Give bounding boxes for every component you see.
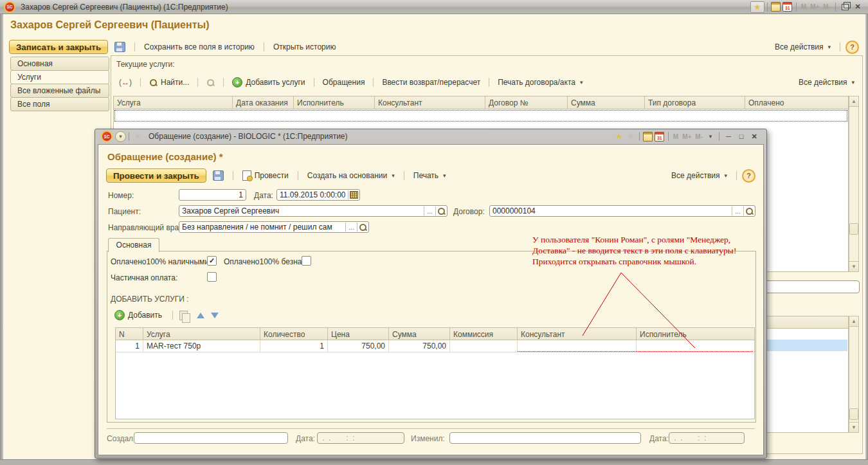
modified-field[interactable] [449, 432, 641, 444]
ellipsis-button[interactable]: ... [732, 206, 743, 215]
referring-doctor-field[interactable]: ... [179, 221, 369, 233]
cell-service[interactable]: MAR-тест 750р [143, 340, 260, 352]
close-window-button[interactable]: ✕ [748, 131, 761, 141]
col-price[interactable]: Цена [328, 328, 389, 340]
number-field[interactable] [179, 189, 246, 201]
date-picker-icon[interactable] [348, 190, 359, 199]
main-all-actions-button[interactable]: Все действия▾ [771, 41, 835, 53]
col-n[interactable]: N [116, 328, 143, 340]
calendar-icon[interactable]: 31 [654, 131, 665, 141]
cell-qty[interactable]: 1 [260, 340, 328, 352]
col-contract[interactable]: Договор № [485, 96, 568, 109]
lower-scrollbar[interactable]: ▲ ▼ [849, 316, 859, 433]
save-button[interactable] [111, 41, 129, 53]
col-date[interactable]: Дата оказания [233, 96, 294, 109]
col-qty[interactable]: Количество [260, 328, 328, 340]
col-contract-type[interactable]: Тип договора [645, 96, 745, 109]
contract-input[interactable] [490, 206, 732, 215]
sidebar-tab-services[interactable]: Услуги [10, 70, 109, 84]
referring-doctor-input[interactable] [179, 223, 345, 232]
col-executor[interactable]: Исполнитель [637, 328, 754, 340]
dialog-table-body[interactable]: 1 MAR-тест 750р 1 750,00 750,00 [115, 340, 755, 419]
scroll-up-icon[interactable]: ▲ [849, 316, 858, 327]
col-executor[interactable]: Исполнитель [294, 96, 375, 109]
scroll-up-icon[interactable]: ▲ [849, 96, 858, 107]
number-input[interactable] [179, 190, 246, 199]
post-and-close-button[interactable]: Провести и закрыть [106, 169, 206, 183]
scroll-down-icon[interactable]: ▼ [849, 422, 858, 432]
restore-window-button[interactable] [838, 2, 851, 12]
table-row[interactable]: 1 MAR-тест 750р 1 750,00 750,00 [116, 340, 754, 352]
cell-executor[interactable] [637, 340, 753, 352]
save-button[interactable] [209, 169, 228, 182]
sidebar-tab-allfields[interactable]: Все поля [10, 97, 109, 111]
col-service[interactable]: Услуга [143, 328, 260, 340]
add-favorite-icon[interactable]: ★ [613, 131, 625, 141]
maximize-window-button[interactable]: □ [735, 131, 748, 141]
created-field[interactable] [134, 432, 288, 444]
cell-n[interactable]: 1 [116, 340, 143, 352]
services-scrollbar[interactable]: ▲ ▼ [849, 96, 859, 272]
help-button[interactable]: ? [742, 169, 755, 183]
print-contract-button[interactable]: Печать договора/акта▾ [494, 77, 586, 88]
created-input[interactable] [134, 433, 287, 442]
modified-input[interactable] [450, 433, 640, 442]
refund-button[interactable]: Ввести возврат/перерасчет [378, 77, 484, 88]
scrollbar-thumb[interactable] [849, 408, 858, 420]
col-sum[interactable]: Сумма [389, 328, 450, 340]
scroll-down-icon[interactable]: ▼ [849, 261, 858, 271]
create-based-on-button[interactable]: Создать на основании▾ [303, 170, 399, 181]
cell-price[interactable]: 750,00 [328, 340, 389, 352]
appeals-button[interactable]: Обращения [319, 77, 369, 88]
move-down-icon[interactable] [211, 313, 219, 318]
partial-payment-checkbox[interactable] [207, 272, 217, 282]
services-all-actions-button[interactable]: Все действия▾ [795, 77, 858, 88]
add-services-button[interactable]: +Добавить услуги [228, 76, 309, 89]
lookup-icon[interactable] [743, 206, 755, 215]
patient-field[interactable]: ... [179, 205, 448, 217]
date-input[interactable] [277, 190, 348, 199]
contract-field[interactable]: ... [489, 205, 755, 217]
cell-sum[interactable]: 750,00 [389, 340, 450, 352]
find-button[interactable]: Найти... [145, 77, 193, 88]
sidebar-tab-main[interactable]: Основная [10, 57, 109, 71]
paid-cash-checkbox[interactable]: ✓ [207, 256, 217, 266]
close-window-button[interactable]: ✕ [851, 2, 864, 12]
system-menu-button[interactable]: ▾ [115, 131, 126, 142]
paid-cashless-checkbox[interactable] [302, 256, 311, 266]
print-button[interactable]: Печать▾ [410, 170, 450, 181]
lookup-icon[interactable] [435, 206, 447, 215]
col-sum[interactable]: Сумма [568, 96, 645, 109]
lookup-icon[interactable] [357, 223, 368, 232]
calculator-icon[interactable] [770, 2, 782, 12]
favorites-star-icon[interactable]: ★ [132, 131, 143, 141]
open-history-button[interactable]: Открыть историю [269, 41, 340, 53]
patient-input[interactable] [179, 206, 424, 215]
help-button[interactable]: ? [845, 41, 859, 54]
col-paid[interactable]: Оплачено [745, 96, 848, 109]
date-field[interactable] [276, 189, 360, 201]
auto-width-icon[interactable]: (↔) [115, 77, 136, 88]
dialog-all-actions-button[interactable]: Все действия▾ [667, 170, 731, 181]
chevron-down-icon[interactable]: ▾ [705, 131, 716, 141]
calendar-icon[interactable]: 31 [782, 2, 793, 12]
sidebar-tab-files[interactable]: Все вложенные файлы [10, 84, 109, 98]
ellipsis-button[interactable]: ... [424, 206, 435, 215]
dialog-tab-main[interactable]: Основная [108, 238, 159, 252]
cell-consultant[interactable] [518, 340, 637, 352]
col-consultant[interactable]: Консультант [375, 96, 485, 109]
ellipsis-button[interactable]: ... [345, 223, 357, 232]
selected-empty-row[interactable] [114, 110, 847, 122]
calculator-icon[interactable] [642, 131, 654, 141]
col-service[interactable]: Услуга [114, 96, 233, 109]
save-and-close-button[interactable]: Записать и закрыть [9, 40, 108, 54]
col-consultant[interactable]: Консультант [518, 328, 637, 340]
move-up-icon[interactable] [197, 313, 204, 318]
col-commission[interactable]: Коммиссия [450, 328, 518, 340]
save-history-button[interactable]: Сохранить все поля в историю [140, 41, 258, 53]
minimize-window-button[interactable]: ─ [722, 131, 735, 141]
scrollbar-thumb[interactable] [849, 223, 858, 235]
cell-commission[interactable] [450, 340, 518, 352]
add-row-button[interactable]: +Добавить [111, 309, 166, 322]
favorites-star-icon[interactable]: ★ [750, 1, 764, 13]
